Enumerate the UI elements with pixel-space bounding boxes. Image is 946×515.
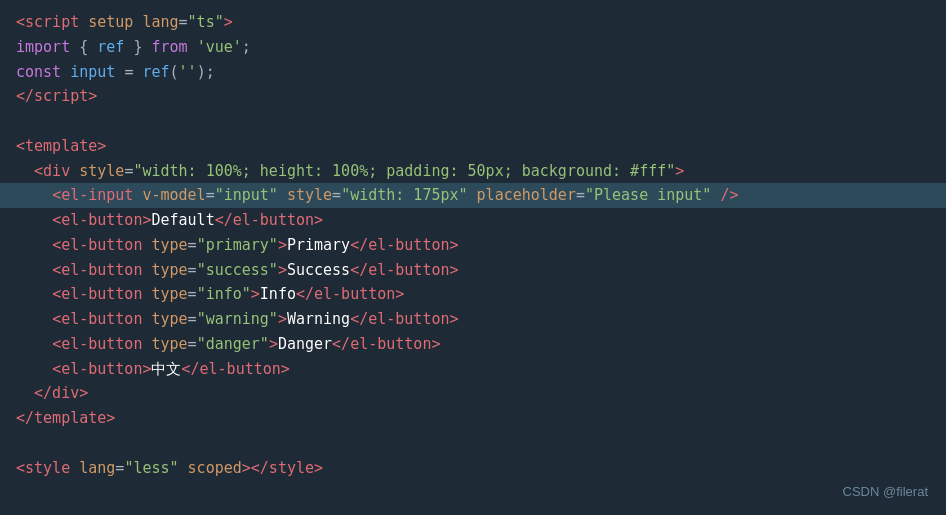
watermark: CSDN @filerat: [843, 482, 928, 503]
code-line-7: <div style="width: 100%; height: 100%; p…: [16, 159, 930, 184]
code-line-6: <template>: [16, 134, 930, 159]
code-line-9: <el-button>Default</el-button>: [16, 208, 930, 233]
code-line-17: </template>: [16, 406, 930, 431]
code-line-15: <el-button>中文</el-button>: [16, 357, 930, 382]
code-line-14: <el-button type="danger">Danger</el-butt…: [16, 332, 930, 357]
code-line-8: <el-input v-model="input" style="width: …: [0, 183, 946, 208]
code-line-11: <el-button type="success">Success</el-bu…: [16, 258, 930, 283]
code-line-2: import { ref } from 'vue';: [16, 35, 930, 60]
code-line-5: [16, 109, 930, 134]
code-line-4: </script>: [16, 84, 930, 109]
code-line-3: const input = ref('');: [16, 60, 930, 85]
code-line-1: <script setup lang="ts">: [16, 10, 930, 35]
code-line-12: <el-button type="info">Info</el-button>: [16, 282, 930, 307]
code-line-18: [16, 431, 930, 456]
code-line-16: </div>: [16, 381, 930, 406]
code-line-13: <el-button type="warning">Warning</el-bu…: [16, 307, 930, 332]
code-editor: <script setup lang="ts"> import { ref } …: [0, 0, 946, 515]
code-line-19: <style lang="less" scoped></style>: [16, 456, 930, 481]
code-line-10: <el-button type="primary">Primary</el-bu…: [16, 233, 930, 258]
